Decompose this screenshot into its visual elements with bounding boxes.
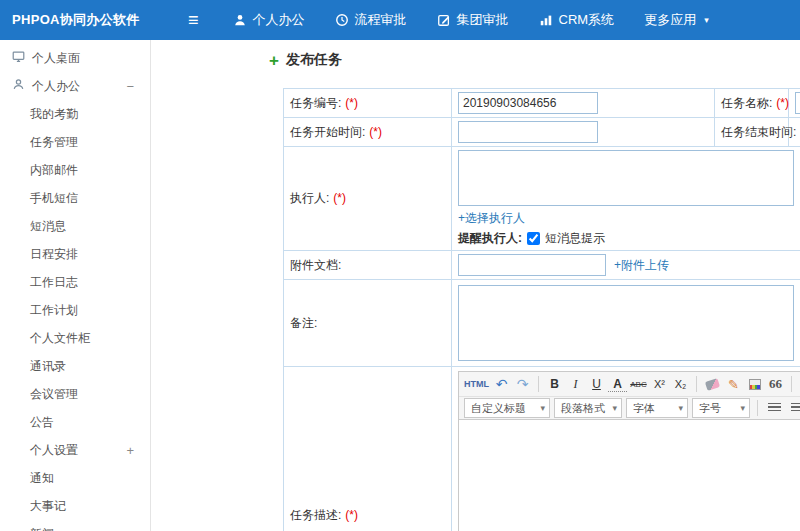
required-mark: (*): [369, 125, 382, 139]
nav-item-personal-office[interactable]: 个人办公: [233, 11, 305, 29]
sidebar-group-personal-office[interactable]: 个人办公 −: [0, 72, 150, 100]
strikethrough-button[interactable]: ABC: [629, 375, 648, 394]
sidebar-item-label: 个人文件柜: [30, 330, 90, 347]
nav-item-label: 个人办公: [253, 11, 305, 29]
start-time-input[interactable]: [458, 121, 598, 143]
brush-icon: ✎: [728, 378, 739, 391]
align-center-button[interactable]: [791, 403, 800, 413]
attachment-input[interactable]: [458, 254, 606, 276]
edit-square-icon: [437, 13, 451, 27]
app-logo[interactable]: PHPOA协同办公软件: [0, 11, 152, 29]
sidebar-item-schedule[interactable]: 日程安排: [0, 240, 150, 268]
sidebar-item-meeting[interactable]: 会议管理: [0, 380, 150, 408]
font-family-select[interactable]: 字体 ▾: [626, 398, 688, 418]
sidebar-item-notice[interactable]: 通知: [0, 464, 150, 492]
html-source-button[interactable]: HTML: [463, 375, 490, 394]
bold-button[interactable]: B: [545, 375, 564, 394]
sidebar-item-label: 个人桌面: [32, 50, 80, 67]
page-title-text: 发布任务: [286, 51, 342, 69]
font-style-button[interactable]: A: [608, 376, 627, 392]
top-nav: 个人办公 流程审批 集团审批 CRM系统 更多应用: [233, 11, 709, 29]
sidebar-item-label: 手机短信: [30, 190, 78, 207]
underline-button[interactable]: U: [587, 375, 606, 394]
remark-textarea[interactable]: [458, 285, 794, 361]
task-name-input[interactable]: [795, 92, 800, 114]
collapse-toggle-icon[interactable]: −: [126, 79, 134, 94]
required-mark: (*): [333, 191, 346, 205]
executor-textarea[interactable]: [458, 150, 794, 206]
sms-remind-checkbox[interactable]: [527, 232, 540, 245]
sidebar-item-personal-settings[interactable]: 个人设置 +: [0, 436, 150, 464]
sidebar-item-attendance[interactable]: 我的考勤: [0, 100, 150, 128]
editor-content-area[interactable]: [459, 420, 800, 531]
content: + 发布任务 任务编号:(*) 任务名称:(*): [151, 40, 800, 531]
format-painter-button[interactable]: ✎: [724, 375, 743, 394]
expand-toggle-icon[interactable]: +: [126, 443, 134, 458]
user-icon: [233, 13, 247, 27]
sidebar-item-contacts[interactable]: 通讯录: [0, 352, 150, 380]
nav-item-more-apps[interactable]: 更多应用 ▾: [644, 11, 709, 29]
sidebar-item-label: 通讯录: [30, 358, 66, 375]
start-time-label-cell: 任务开始时间:(*): [284, 118, 452, 147]
heading-select[interactable]: 自定义标题 ▾: [464, 398, 550, 418]
main-area: + 发布任务 任务编号:(*) 任务名称:(*): [151, 40, 800, 531]
italic-button[interactable]: I: [566, 375, 585, 394]
app-window: PHPOA协同办公软件 ≡ 个人办公 流程审批 集团审批: [0, 0, 800, 531]
form-row-attachment: 附件文档: +附件上传: [284, 251, 800, 280]
sidebar-item-label: 工作日志: [30, 274, 78, 291]
sidebar-item-internal-mail[interactable]: 内部邮件: [0, 156, 150, 184]
font-size-select[interactable]: 字号 ▾: [692, 398, 750, 418]
sidebar-item-short-message[interactable]: 短消息: [0, 212, 150, 240]
sidebar-group-label: 个人办公: [32, 78, 80, 95]
executor-label: 执行人:: [290, 191, 329, 205]
paint-icon: [749, 379, 761, 390]
superscript-button[interactable]: X²: [650, 375, 669, 394]
sidebar-item-label: 大事记: [30, 498, 66, 515]
sidebar-item-news[interactable]: 新闻: [0, 520, 150, 531]
sidebar-item-file-cabinet[interactable]: 个人文件柜: [0, 324, 150, 352]
sidebar-submenu: 我的考勤 任务管理 内部邮件 手机短信 短消息 日程安排 工作日志 工作计划 个…: [0, 100, 150, 531]
sidebar-item-announcement[interactable]: 公告: [0, 408, 150, 436]
task-number-label: 任务编号:: [290, 96, 341, 110]
sidebar-item-task-management[interactable]: 任务管理: [0, 128, 150, 156]
sidebar-item-sms[interactable]: 手机短信: [0, 184, 150, 212]
sidebar-item-label: 我的考勤: [30, 106, 78, 123]
end-time-label: 任务结束时间:: [721, 125, 796, 139]
hamburger-menu-icon[interactable]: ≡: [188, 11, 199, 29]
sidebar-item-work-plan[interactable]: 工作计划: [0, 296, 150, 324]
sidebar-item-label: 公告: [30, 414, 54, 431]
required-mark: (*): [776, 96, 789, 110]
nav-item-crm[interactable]: CRM系统: [539, 11, 615, 29]
sidebar-item-label: 日程安排: [30, 246, 78, 263]
caret-down-icon: ▾: [740, 404, 745, 413]
redo-icon[interactable]: ↷: [513, 375, 532, 394]
page-body: 个人桌面 个人办公 − 我的考勤 任务管理 内部邮件 手机短信 短消息 日程安排…: [0, 40, 800, 531]
blockquote-button[interactable]: 66: [766, 375, 785, 394]
nav-item-group-approval[interactable]: 集团审批: [437, 11, 509, 29]
choose-executor-line: +选择执行人: [458, 210, 800, 227]
sidebar-item-desktop[interactable]: 个人桌面: [0, 44, 150, 72]
publish-task-form: 任务编号:(*) 任务名称:(*): [283, 88, 800, 531]
sidebar-item-label: 任务管理: [30, 134, 78, 151]
nav-item-label: 集团审批: [457, 11, 509, 29]
form-row-time: 任务开始时间:(*) 任务结束时间:(*): [284, 118, 800, 147]
undo-icon[interactable]: ↶: [492, 375, 511, 394]
nav-item-process-approval[interactable]: 流程审批: [335, 11, 407, 29]
paragraph-format-select[interactable]: 段落格式 ▾: [554, 398, 622, 418]
form-row-executor: 执行人:(*) +选择执行人 提醒执行人: 短消息提示: [284, 147, 800, 251]
sidebar-item-events[interactable]: 大事记: [0, 492, 150, 520]
start-time-label: 任务开始时间:: [290, 125, 365, 139]
remove-format-button[interactable]: [703, 375, 722, 394]
attachment-upload-link[interactable]: +附件上传: [614, 257, 669, 274]
subscript-button[interactable]: X₂: [671, 375, 690, 394]
choose-executor-link[interactable]: +选择执行人: [458, 211, 525, 225]
form-row-description: 任务描述:(*) HTML ↶ ↷ B I: [284, 367, 800, 531]
end-time-label-cell: 任务结束时间:(*): [715, 118, 789, 147]
highlight-color-button[interactable]: [745, 375, 764, 394]
sidebar-item-work-log[interactable]: 工作日志: [0, 268, 150, 296]
plus-icon: +: [269, 52, 279, 69]
task-number-input[interactable]: [458, 92, 598, 114]
align-left-button[interactable]: [768, 403, 781, 413]
remark-label: 备注:: [290, 316, 317, 330]
task-name-label-cell: 任务名称:(*): [715, 89, 789, 118]
